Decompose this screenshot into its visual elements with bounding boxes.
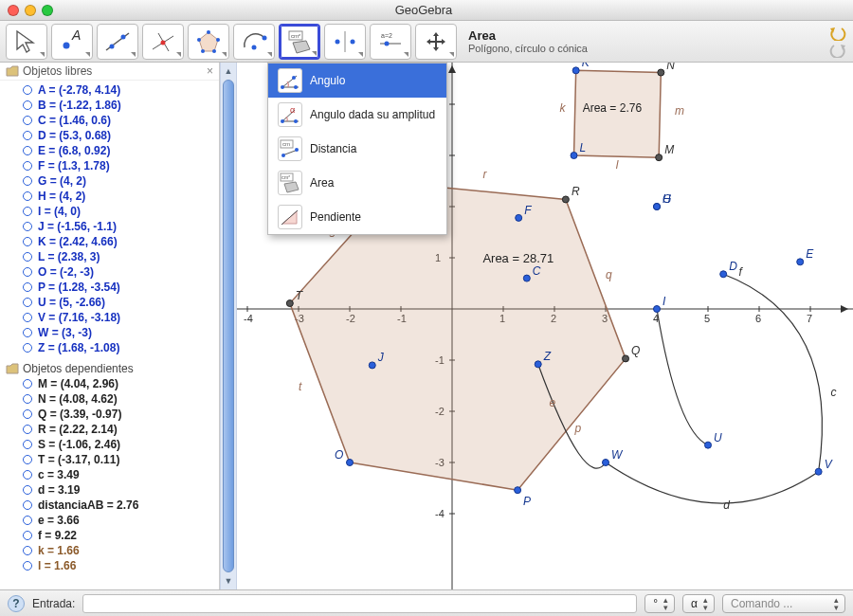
visibility-toggle-icon[interactable] [23,470,32,480]
help-icon[interactable]: ? [8,595,25,612]
free-object-item[interactable]: D = (5.3, 0.68) [6,128,213,143]
free-object-item[interactable]: Z = (1.68, -1.08) [6,340,213,355]
close-panel-icon[interactable]: × [207,64,213,78]
dropdown-item-pendiente[interactable]: Pendiente [268,200,446,234]
visibility-toggle-icon[interactable] [23,85,32,95]
free-object-item[interactable]: F = (1.3, 1.78) [6,158,213,173]
visibility-toggle-icon[interactable] [23,394,32,404]
dependent-object-item[interactable]: d = 3.19 [6,482,213,498]
free-object-item[interactable]: V = (7.16, -3.18) [6,310,213,325]
visibility-toggle-icon[interactable] [23,500,32,510]
dropdown-item-angulo[interactable]: Angulo [268,63,446,98]
scroll-thumb[interactable] [223,80,234,572]
visibility-toggle-icon[interactable] [23,425,32,434]
dependent-object-item[interactable]: N = (4.08, 4.62) [6,391,213,407]
visibility-toggle-icon[interactable] [23,379,32,389]
tool-reflect[interactable] [324,24,366,60]
minimize-window-button[interactable] [25,5,36,16]
undo-icon[interactable] [828,26,847,41]
visibility-toggle-icon[interactable] [23,485,32,495]
svg-text:I: I [662,295,666,308]
tool-move[interactable] [6,24,47,60]
visibility-toggle-icon[interactable] [23,516,32,525]
visibility-toggle-icon[interactable] [23,455,32,464]
free-object-item[interactable]: B = (-1.22, 1.86) [6,98,213,113]
dependent-object-item[interactable]: M = (4.04, 2.96) [6,376,213,391]
free-object-item[interactable]: W = (3, -3) [6,325,213,340]
tool-move-view[interactable] [415,24,457,60]
dependent-object-item[interactable]: distanciaAB = 2.76 [6,498,213,513]
dependent-object-item[interactable]: l = 1.66 [6,558,213,573]
visibility-toggle-icon[interactable] [23,131,32,140]
dependent-object-item[interactable]: k = 1.66 [6,543,213,558]
visibility-toggle-icon[interactable] [23,207,32,216]
alpha-combo[interactable]: α▴▾ [682,594,715,613]
svg-point-89 [523,275,530,281]
free-object-item[interactable]: C = (1.46, 0.6) [6,113,213,128]
visibility-toggle-icon[interactable] [23,440,32,449]
dependent-object-item[interactable]: Q = (3.39, -0.97) [6,407,213,422]
scroll-down-icon[interactable]: ▼ [222,574,235,588]
dependent-object-item[interactable]: R = (2.22, 2.14) [6,422,213,437]
visibility-toggle-icon[interactable] [23,282,32,292]
visibility-toggle-icon[interactable] [23,409,32,419]
visibility-toggle-icon[interactable] [23,298,32,307]
svg-text:e: e [550,396,556,409]
svg-point-7 [161,40,166,45]
dependent-group[interactable]: Objetos dependientes [6,361,213,376]
svg-text:N: N [666,63,675,72]
tool-line[interactable] [97,24,138,60]
algebra-scrollbar[interactable]: ▲ ▼ [220,63,237,589]
dependent-object-item[interactable]: e = 3.66 [6,513,213,528]
tool-polygon[interactable] [188,24,229,60]
free-object-item[interactable]: H = (4, 2) [6,189,213,204]
free-object-item[interactable]: U = (5, -2.66) [6,295,213,310]
visibility-toggle-icon[interactable] [23,561,32,571]
dropdown-item-distancia[interactable]: cm Distancia [268,132,446,166]
dropdown-item-area[interactable]: cm² Area [268,166,446,200]
close-window-button[interactable] [8,5,19,16]
command-combo[interactable]: Comando ...▴▾ [722,594,845,613]
visibility-toggle-icon[interactable] [23,237,32,246]
zoom-window-button[interactable] [42,5,53,16]
visibility-toggle-icon[interactable] [23,546,32,555]
visibility-toggle-icon[interactable] [23,313,32,322]
object-tree[interactable]: A = (-2.78, 4.14)B = (-1.22, 1.86)C = (1… [0,81,219,357]
dropdown-item-angulo-amplitud[interactable]: α Angulo dada su amplitud [268,98,446,132]
visibility-toggle-icon[interactable] [23,191,32,201]
tool-slider[interactable]: a=2 [370,24,411,60]
visibility-toggle-icon[interactable] [23,176,32,186]
command-input[interactable] [82,594,637,613]
free-object-item[interactable]: E = (6.8, 0.92) [6,143,213,158]
dependent-object-item[interactable]: T = (-3.17, 0.11) [6,452,213,467]
free-object-item[interactable]: K = (2.42, 4.66) [6,234,213,249]
object-tree-dep[interactable]: Objetos dependientes M = (4.04, 2.96)N =… [0,357,219,575]
free-object-item[interactable]: G = (4, 2) [6,173,213,189]
free-object-item[interactable]: P = (1.28, -3.54) [6,280,213,295]
free-object-item[interactable]: L = (2.38, 3) [6,249,213,264]
visibility-toggle-icon[interactable] [23,328,32,337]
free-object-item[interactable]: I = (4, 0) [6,204,213,219]
tool-measure-area[interactable]: cm² [279,24,320,60]
dependent-object-item[interactable]: S = (-1.06, 2.46) [6,437,213,452]
free-object-item[interactable]: A = (-2.78, 4.14) [6,82,213,98]
visibility-toggle-icon[interactable] [23,222,32,231]
dependent-object-item[interactable]: c = 3.49 [6,467,213,482]
redo-icon[interactable] [828,43,847,58]
visibility-toggle-icon[interactable] [23,267,32,277]
free-object-item[interactable]: O = (-2, -3) [6,264,213,280]
visibility-toggle-icon[interactable] [23,100,32,110]
tool-point[interactable]: A [51,24,93,60]
tool-circle[interactable] [233,24,275,60]
visibility-toggle-icon[interactable] [23,252,32,262]
scroll-up-icon[interactable]: ▲ [222,64,235,78]
degree-combo[interactable]: °▴▾ [644,594,675,613]
tool-segment-perp[interactable] [142,24,184,60]
dependent-object-item[interactable]: f = 9.22 [6,528,213,543]
visibility-toggle-icon[interactable] [23,531,32,540]
visibility-toggle-icon[interactable] [23,116,32,125]
visibility-toggle-icon[interactable] [23,161,32,171]
visibility-toggle-icon[interactable] [23,146,32,155]
free-object-item[interactable]: J = (-1.56, -1.1) [6,219,213,234]
visibility-toggle-icon[interactable] [23,343,32,353]
